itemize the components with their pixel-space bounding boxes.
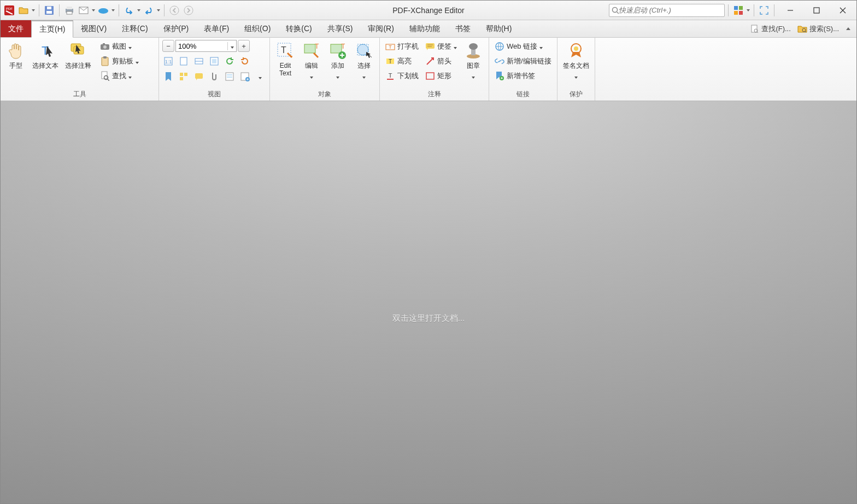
find-button[interactable]: 查找 <box>98 69 141 83</box>
mail-icon[interactable] <box>77 4 90 17</box>
select-text-button[interactable]: T 选择文本 <box>30 40 61 71</box>
sign-document-button[interactable]: 签名文档 <box>561 40 591 82</box>
menu-file[interactable]: 文件 <box>1 20 31 37</box>
svg-rect-3 <box>46 11 52 14</box>
quick-launch-input[interactable] <box>619 6 722 14</box>
svg-text:T: T <box>281 45 286 55</box>
rect-icon <box>425 71 435 81</box>
open-file-icon[interactable] <box>17 4 30 17</box>
rectangle-button[interactable]: 矩形 <box>423 69 459 83</box>
quick-launch-box[interactable] <box>609 4 725 17</box>
menu-tab-bookmarks[interactable]: 书签 <box>448 20 478 37</box>
rotate-cw-icon[interactable] <box>239 55 251 67</box>
select-annotations-button[interactable]: 选择注释 <box>63 40 93 71</box>
select-objects-button[interactable]: 选择 <box>352 40 376 82</box>
svg-text:T: T <box>315 43 319 50</box>
zoom-level-select[interactable]: 100% <box>175 40 237 52</box>
menubar-find[interactable]: 查找(F)... <box>748 23 793 35</box>
edit-link-button[interactable]: 新增/编辑链接 <box>492 55 554 68</box>
menu-bar: 文件 主页(H) 视图(V) 注释(C) 保护(P) 表单(F) 组织(O) 转… <box>1 20 856 38</box>
menu-tab-accessibility[interactable]: 辅助功能 <box>402 20 448 37</box>
svg-rect-61 <box>426 73 434 79</box>
redo-icon[interactable] <box>142 4 155 17</box>
menu-tab-view[interactable]: 视图(V) <box>73 20 114 37</box>
svg-rect-33 <box>180 57 187 65</box>
menu-tab-organize[interactable]: 组织(O) <box>237 20 278 37</box>
close-button[interactable] <box>830 2 855 19</box>
menu-tab-review[interactable]: 审阅(R) <box>360 20 401 37</box>
edit-text-button[interactable]: T Edit Text <box>273 40 297 78</box>
undo-dropdown[interactable] <box>137 4 141 17</box>
ui-options-dropdown[interactable] <box>746 4 750 17</box>
hand-tool-button[interactable]: 手型 <box>4 40 28 71</box>
ribbon-group-protect: 签名文档 保护 <box>557 38 595 101</box>
menubar-search[interactable]: 搜索(S)... <box>795 23 841 35</box>
menu-tab-help[interactable]: 帮助(H) <box>478 20 519 37</box>
comments-pane-icon[interactable] <box>193 71 205 83</box>
nav-forward-icon[interactable] <box>182 4 195 17</box>
cloud-dropdown[interactable] <box>111 4 115 17</box>
svg-rect-15 <box>734 11 738 15</box>
svg-rect-6 <box>67 7 72 9</box>
sticky-note-button[interactable]: 便签 <box>423 40 459 53</box>
menu-tab-share[interactable]: 共享(S) <box>320 20 361 37</box>
svg-text:T: T <box>389 72 392 79</box>
quick-access-toolbar: PDF <box>1 4 195 17</box>
fit-page-icon[interactable] <box>178 55 190 67</box>
screenshot-button[interactable]: 截图 <box>98 40 141 53</box>
mail-dropdown[interactable] <box>91 4 96 17</box>
menu-tab-form[interactable]: 表单(F) <box>196 20 237 37</box>
web-link-button[interactable]: Web 链接 <box>492 40 554 53</box>
ribbon-group-objects: T Edit Text T 编辑 T 添加 选择 <box>270 38 380 101</box>
menu-bar-right: 查找(F)... 搜索(S)... <box>748 20 856 37</box>
typewriter-button[interactable]: T打字机 <box>383 40 421 53</box>
undo-icon[interactable] <box>122 4 136 17</box>
highlight-button[interactable]: T高亮 <box>383 55 421 68</box>
fit-visible-icon[interactable] <box>208 55 220 67</box>
arrow-button[interactable]: 箭头 <box>423 55 459 68</box>
ribbon-collapse-toggle[interactable] <box>843 24 853 34</box>
save-icon[interactable] <box>43 4 56 17</box>
svg-point-12 <box>613 7 618 12</box>
properties-pane-icon[interactable] <box>239 71 251 83</box>
edit-objects-button[interactable]: T 编辑 <box>300 40 324 82</box>
underline-icon: T <box>385 71 395 81</box>
svg-rect-28 <box>103 56 107 58</box>
ui-options-icon[interactable] <box>732 4 745 17</box>
minimize-button[interactable] <box>778 2 803 19</box>
actual-size-icon[interactable]: 1:1 <box>162 55 174 67</box>
fullscreen-icon[interactable] <box>758 4 771 17</box>
fields-pane-icon[interactable] <box>224 71 236 83</box>
menu-tab-convert[interactable]: 转换(C) <box>278 20 319 37</box>
menu-tab-comment[interactable]: 注释(C) <box>114 20 155 37</box>
bookmark-add-icon <box>495 71 504 81</box>
zoom-in-button[interactable]: + <box>238 40 250 52</box>
zoom-out-button[interactable]: − <box>162 40 174 52</box>
cloud-icon[interactable] <box>97 4 110 17</box>
nav-back-icon[interactable] <box>168 4 181 17</box>
clipboard-button[interactable]: 剪贴板 <box>98 55 141 68</box>
stamp-button[interactable]: 图章 <box>461 40 485 82</box>
bookmark-pane-icon[interactable] <box>162 71 174 83</box>
fit-width-icon[interactable] <box>193 55 205 67</box>
attachments-pane-icon[interactable] <box>208 71 220 83</box>
app-icon[interactable]: PDF <box>3 4 16 17</box>
menu-tab-home[interactable]: 主页(H) <box>31 20 73 38</box>
new-bookmark-button[interactable]: 新增书签 <box>492 69 554 83</box>
document-area[interactable]: 双击这里打开文档... <box>1 101 856 503</box>
rotate-ccw-icon[interactable] <box>224 55 236 67</box>
svg-rect-26 <box>103 43 105 45</box>
other-panes-dropdown[interactable] <box>254 71 266 83</box>
print-icon[interactable] <box>63 4 76 17</box>
redo-dropdown[interactable] <box>156 4 161 17</box>
app-title: PDF-XChange Editor <box>392 6 465 15</box>
add-objects-button[interactable]: T 添加 <box>326 40 350 82</box>
maximize-button[interactable] <box>804 2 829 19</box>
underline-button[interactable]: T下划线 <box>383 69 421 83</box>
menu-tab-protect[interactable]: 保护(P) <box>156 20 197 37</box>
thumbnails-pane-icon[interactable] <box>178 71 190 83</box>
typewriter-icon: T <box>385 42 395 51</box>
open-dropdown[interactable] <box>31 4 36 17</box>
svg-rect-48 <box>304 44 315 53</box>
find-doc-icon <box>750 25 759 33</box>
